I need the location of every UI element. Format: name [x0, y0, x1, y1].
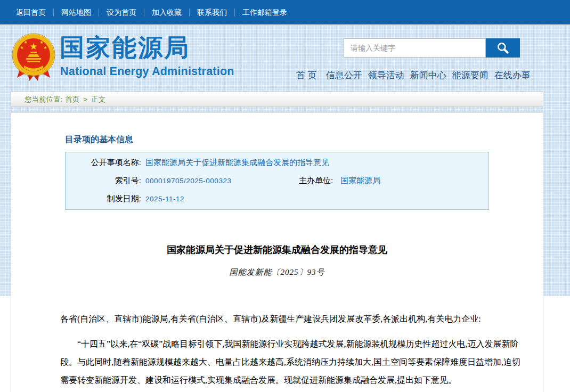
topbar-link-sitemap[interactable]: 网站地图: [53, 9, 99, 17]
svg-text:★: ★: [20, 45, 23, 50]
svg-text:★: ★: [39, 40, 43, 45]
topbar-link-set-homepage[interactable]: 设为首页: [99, 9, 144, 17]
nav-news-center[interactable]: 新闻中心: [410, 69, 446, 81]
nav-energy-news[interactable]: 能源要闻: [452, 69, 488, 81]
nav-home[interactable]: 首 页: [296, 69, 317, 81]
nav-online-services[interactable]: 在线办事: [494, 69, 531, 81]
date-value: 2025-11-12: [145, 195, 184, 203]
info-row-index-org: 索引号: 000019705/2025-000323 主办单位: 国家能源局: [66, 173, 488, 189]
catalog-info-heading: 目录项的基本信息: [65, 134, 133, 145]
main-content-panel: 目录项的基本信息 公开事项名称: 国家能源局关于促进新能源集成融合发展的指导意见…: [11, 112, 543, 392]
site-title-english: National Energy Administration: [60, 65, 234, 78]
org-value-link[interactable]: 国家能源局: [340, 176, 380, 186]
search-input[interactable]: [344, 38, 486, 58]
nav-info-disclosure[interactable]: 信息公开: [326, 69, 362, 81]
nav-leader-activities[interactable]: 领导活动: [368, 69, 404, 81]
svg-text:★: ★: [43, 45, 47, 50]
search-icon: [496, 41, 510, 55]
name-value-link[interactable]: 国家能源局关于促进新能源集成融合发展的指导意见: [145, 158, 329, 168]
name-label: 公开事项名称:: [66, 158, 145, 168]
breadcrumb-home-link[interactable]: 首页: [65, 95, 79, 104]
info-row-date: 制发日期: 2025-11-12: [66, 191, 488, 207]
document-number: 国能发新能〔2025〕93号: [11, 267, 543, 277]
index-label: 索引号:: [66, 176, 145, 186]
page: 返回首页 网站地图 设为首页 加入收藏 联系我们 工作邮箱登录 ★ ★: [0, 0, 570, 392]
breadcrumb: 您当前位置: 首页 > 正文: [11, 92, 543, 107]
document-addressee-paragraph: 各省(自治区、直辖市)能源局,有关省(自治区、直辖市)及新疆生产建设兵团发展改革…: [60, 310, 526, 328]
breadcrumb-current[interactable]: 正文: [91, 95, 105, 104]
catalog-info-box: 公开事项名称: 国家能源局关于促进新能源集成融合发展的指导意见 索引号: 000…: [65, 152, 489, 210]
topbar-link-contact[interactable]: 联系我们: [189, 9, 234, 17]
svg-text:★: ★: [29, 42, 37, 52]
document-body: 各省(自治区、直辖市)能源局,有关省(自治区、直辖市)及新疆生产建设兵团发展改革…: [60, 310, 526, 389]
breadcrumb-separator: >: [83, 95, 87, 103]
search-button[interactable]: [486, 38, 520, 58]
site-title-chinese: 国家能源局: [60, 34, 190, 61]
national-emblem-logo[interactable]: ★ ★ ★ ★ ★: [12, 32, 55, 83]
svg-text:★: ★: [23, 40, 27, 45]
date-label: 制发日期:: [66, 194, 145, 204]
info-row-name: 公开事项名称: 国家能源局关于促进新能源集成融合发展的指导意见: [66, 154, 488, 170]
document-paragraph: “十四五”以来,在“双碳”战略目标引领下,我国新能源行业实现跨越式发展,新能源装…: [60, 335, 526, 389]
document-title: 国家能源局关于促进新能源集成融合发展的指导意见: [11, 243, 543, 256]
topbar-link-mail-login[interactable]: 工作邮箱登录: [234, 9, 295, 17]
main-navigation: 首 页 信息公开 领导活动 新闻中心 能源要闻 在线办事: [296, 69, 531, 81]
top-link-bar: 返回首页 网站地图 设为首页 加入收藏 联系我们 工作邮箱登录: [0, 0, 570, 24]
index-value: 000019705/2025-000323: [145, 177, 299, 185]
china-emblem-icon: ★ ★ ★ ★ ★: [12, 32, 55, 83]
site-header: ★ ★ ★ ★ ★ 国家能源局 National Energy Administ…: [0, 24, 570, 92]
topbar-link-favorites[interactable]: 加入收藏: [144, 9, 189, 17]
breadcrumb-prefix: 您当前位置:: [25, 95, 62, 104]
topbar-link-home[interactable]: 返回首页: [16, 9, 53, 17]
org-label: 主办单位:: [299, 176, 340, 186]
